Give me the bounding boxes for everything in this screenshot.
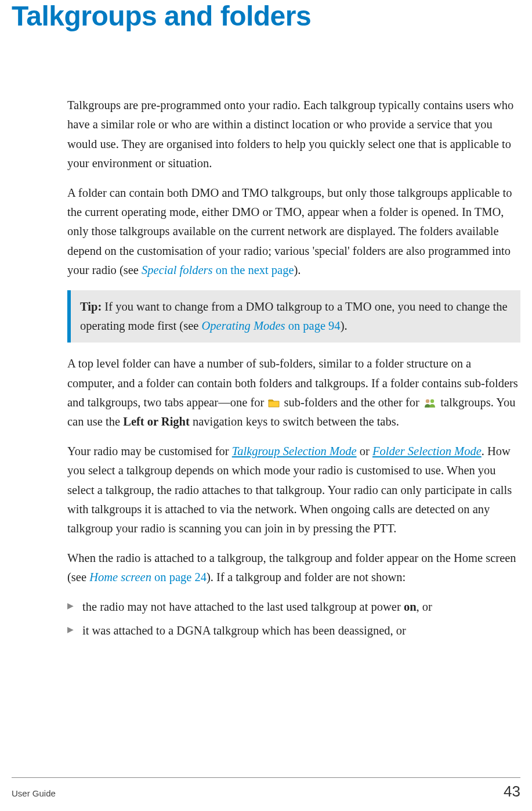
intro-paragraph: Talkgroups are pre-programmed onto your … [67,96,520,173]
text: the radio may not have attached to the l… [82,600,404,613]
text: ). [341,319,348,332]
footer-doc-title: User Guide [12,788,56,798]
home-screen-link-page[interactable]: on page 24 [151,571,207,583]
people-icon [424,398,436,408]
text: or [357,445,372,457]
text: sub-folders and the other for [281,396,422,409]
operating-modes-link[interactable]: Operating Modes [201,319,285,332]
reasons-list: the radio may not have attached to the l… [67,598,520,641]
bold-text: on [404,600,417,613]
text: A folder can contain both DMO and TMO ta… [67,186,512,276]
tip-text: Tip: If you want to change from a DMO ta… [80,297,511,336]
special-folders-link[interactable]: Special folders [142,264,212,276]
text: ). [294,264,301,276]
special-folders-link-page[interactable]: on the next page [213,264,294,276]
page-footer: User Guide 43 [12,777,520,801]
attached-paragraph: When the radio is attached to a talkgrou… [67,549,520,587]
subfolders-paragraph: A top level folder can have a number of … [67,354,520,431]
page-number: 43 [504,783,520,801]
text: , or [417,600,432,613]
body-content: Talkgroups are pre-programmed onto your … [0,96,532,640]
list-item: the radio may not have attached to the l… [67,598,520,617]
operating-modes-link-page[interactable]: on page 94 [285,319,341,332]
tip-callout: Tip: If you want to change from a DMO ta… [67,290,520,343]
folder-modes-paragraph: A folder can contain both DMO and TMO ta… [67,183,520,280]
folder-icon [268,398,280,408]
selection-mode-paragraph: Your radio may be customised for Talkgro… [67,442,520,538]
page-title: Talkgroups and folders [0,0,532,32]
folder-selection-mode-link[interactable]: Folder Selection Mode [372,445,482,457]
home-screen-link[interactable]: Home screen [89,571,151,583]
tip-label: Tip: [80,300,102,313]
svg-point-0 [426,399,429,403]
list-item: it was attached to a DGNA talkgroup whic… [67,622,520,640]
svg-point-1 [430,399,434,403]
talkgroup-selection-mode-link[interactable]: Talkgroup Selection Mode [232,445,357,457]
text: navigation keys to switch between the ta… [190,415,399,428]
text: . How you select a talkgroup depends on … [67,445,512,535]
text: Your radio may be customised for [67,445,232,457]
bold-text: Left or Right [123,415,190,428]
text: ). If a talkgroup and folder are not sho… [207,571,406,583]
